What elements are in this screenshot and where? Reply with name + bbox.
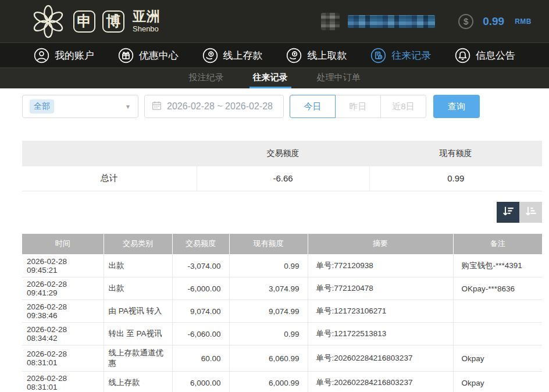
table-row: 2026-02-28 09:38:46 由 PA视讯 转入 9,074.00 9… <box>22 300 542 323</box>
dollar-coin-icon: $ <box>458 14 473 29</box>
tab-pending-orders[interactable]: 处理中订单 <box>313 68 364 88</box>
table-row: 2026-02-28 08:31:01 线上存款通道优惠 60.00 6,060… <box>22 345 542 372</box>
sort-descending-button[interactable] <box>497 202 519 223</box>
sort-ascending-button[interactable] <box>519 202 542 223</box>
summary-total-row: 总计 -6.66 0.99 <box>22 166 542 191</box>
nav-item-deposit[interactable]: 线上存款 <box>202 48 263 63</box>
gift-icon <box>118 48 134 63</box>
deposit-icon <box>202 48 218 63</box>
nav-item-promotions[interactable]: 优惠中心 <box>118 48 179 63</box>
brand-char-shen: 申 <box>73 10 95 33</box>
records-icon <box>370 48 386 63</box>
calendar-icon <box>152 101 162 113</box>
tab-transaction-records[interactable]: 往来记录 <box>249 68 291 88</box>
brand-subtitle: Shenbo <box>133 25 161 33</box>
nav-item-my-account[interactable]: 我的账户 <box>34 48 94 63</box>
type-select-dropdown[interactable]: 全部 ▼ <box>22 95 138 118</box>
avatar <box>321 13 340 30</box>
summary-balance-total: 0.99 <box>369 166 542 191</box>
today-button[interactable]: 今日 <box>290 95 336 118</box>
sort-ascending-icon <box>525 205 537 219</box>
bell-icon <box>455 48 470 63</box>
records-table: 时间 交易类别 交易额度 现有额度 摘要 备注 2026-02-28 09:45… <box>22 234 542 392</box>
withdraw-icon <box>286 48 302 63</box>
summary-header-balance: 现有额度 <box>369 141 542 166</box>
table-row: 2026-02-28 08:34:42 转出 至 PA视讯 -6,060.00 … <box>22 323 542 345</box>
user-icon <box>34 48 49 63</box>
quick-range-group: 今日 昨日 近8日 <box>290 95 426 118</box>
chevron-down-icon: ▼ <box>125 104 131 110</box>
col-header-balance: 现有额度 <box>229 234 308 255</box>
nav-item-withdraw[interactable]: 线上取款 <box>286 48 347 63</box>
sort-descending-icon <box>502 205 515 219</box>
filter-row: 全部 ▼ 2026-02-28 ~ 2026-02-28 今日 昨日 近8日 查… <box>22 95 542 118</box>
table-row: 2026-02-28 08:31:01 线上存款 6,000.00 6,000.… <box>22 372 542 392</box>
balance-currency: RMB <box>515 17 532 26</box>
date-range-value: 2026-02-28 ~ 2026-02-28 <box>167 101 273 112</box>
summary-table: 交易额度 现有额度 总计 -6.66 0.99 <box>22 141 542 191</box>
username-blurred <box>348 15 435 28</box>
main-nav: 我的账户 优惠中心 线上存款 线上取款 往来记录 信息公告 <box>0 42 549 67</box>
nav-item-transactions[interactable]: 往来记录 <box>370 48 431 63</box>
last-8-days-button[interactable]: 近8日 <box>380 95 426 118</box>
brand-region: 亚洲 <box>133 10 161 23</box>
top-header: 申 博 亚洲 Shenbo $ 0.99 RMB <box>0 0 549 42</box>
date-range-picker[interactable]: 2026-02-28 ~ 2026-02-28 <box>144 95 284 118</box>
records-header-row: 时间 交易类别 交易额度 现有额度 摘要 备注 <box>22 234 542 255</box>
summary-total-label: 总计 <box>22 166 197 191</box>
summary-header-empty <box>22 141 197 166</box>
brand-logo: 申 博 亚洲 Shenbo <box>30 3 161 40</box>
table-row: 2026-02-28 09:45:21 出款 -3,074.00 0.99 单号… <box>22 255 542 277</box>
brand-char-bo: 博 <box>102 10 124 33</box>
type-select-value: 全部 <box>30 99 54 113</box>
col-header-type: 交易类别 <box>104 234 172 255</box>
sub-nav: 投注纪录 往来记录 处理中订单 <box>0 67 549 88</box>
col-header-summary: 摘要 <box>308 234 453 255</box>
table-row: 2026-02-28 09:41:29 出款 -6,000.00 3,074.9… <box>22 277 542 300</box>
nav-item-announcements[interactable]: 信息公告 <box>455 48 515 63</box>
balance-amount: 0.99 <box>483 15 504 28</box>
yesterday-button[interactable]: 昨日 <box>335 95 381 118</box>
flower-logo-icon <box>30 3 66 40</box>
col-header-time: 时间 <box>22 234 104 255</box>
query-button[interactable]: 查询 <box>433 95 480 118</box>
summary-header-trade: 交易额度 <box>197 141 369 166</box>
summary-trade-total: -6.66 <box>197 166 369 191</box>
col-header-amount: 交易额度 <box>172 234 229 255</box>
col-header-note: 备注 <box>453 234 542 255</box>
sort-controls <box>22 202 542 223</box>
tab-betting-records[interactable]: 投注纪录 <box>186 68 227 88</box>
